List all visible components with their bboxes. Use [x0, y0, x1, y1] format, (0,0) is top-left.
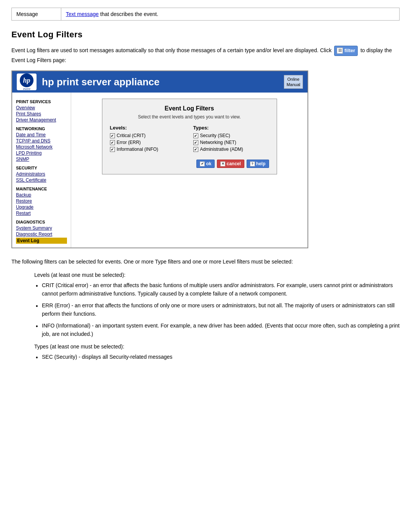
sidebar-item-diagnostic-report[interactable]: Diagnostic Report — [16, 232, 67, 237]
types-section: Types (at least one must be selected): S… — [34, 343, 400, 361]
sidebar-category-security: SECURITY — [16, 166, 67, 170]
hp-invent-label: invent — [23, 88, 30, 90]
checkbox-administrative[interactable]: ✔ Administrative (ADM) — [193, 147, 269, 152]
critical-label: Critical (CRIT) — [117, 133, 146, 138]
administrative-label: Administrative (ADM) — [200, 147, 243, 152]
hp-main-content: Event Log Filters Select the event level… — [71, 93, 307, 248]
checkbox-networking[interactable]: ✔ Networking (NET) — [193, 140, 269, 145]
sidebar-item-restore[interactable]: Restore — [16, 198, 67, 204]
sidebar-item-microsoft-network[interactable]: Microsoft Network — [16, 144, 67, 150]
message-value: Text message that describes the event. — [61, 8, 400, 21]
informational-checkbox-icon[interactable]: ✔ — [110, 147, 115, 152]
help-label: help — [256, 161, 266, 166]
filter-button-icon: ☷ — [337, 48, 343, 54]
sidebar-item-backup[interactable]: Backup — [16, 192, 67, 198]
hp-sidebar: PRINT SERVICES Overview Print Shares Dri… — [12, 93, 71, 248]
help-button[interactable]: ? help — [247, 160, 269, 168]
sidebar-item-system-summary[interactable]: System Summary — [16, 225, 67, 231]
dialog-columns: Levels: ✔ Critical (CRIT) ✔ Error (ERR) … — [110, 125, 269, 153]
hp-body: PRINT SERVICES Overview Print Shares Dri… — [12, 93, 307, 248]
ok-icon: ✔ — [200, 161, 205, 166]
hp-logo: hp invent — [17, 73, 37, 90]
ok-button[interactable]: ✔ ok — [196, 160, 215, 168]
networking-checkbox-icon[interactable]: ✔ — [193, 140, 198, 145]
security-checkbox-icon[interactable]: ✔ — [193, 133, 198, 138]
sidebar-item-event-log[interactable]: Event Log — [16, 238, 67, 244]
list-item: SEC (Security) - displays all Security-r… — [34, 353, 400, 361]
body-paragraph1: The following filters can be selected fo… — [11, 257, 400, 267]
screenshot-box: hp invent hp print server appliance Onli… — [11, 70, 308, 248]
event-log-filters-dialog: Event Log Filters Select the event level… — [102, 99, 277, 174]
levels-bullet-list: CRIT (Critical error) - an error that af… — [34, 281, 400, 338]
hp-app-title: hp print server appliance — [42, 76, 159, 88]
help-icon: ? — [250, 161, 255, 166]
message-table: Message Text message that describes the … — [11, 8, 400, 21]
ok-label: ok — [206, 161, 211, 166]
checkbox-error[interactable]: ✔ Error (ERR) — [110, 140, 186, 145]
levels-label: Levels: — [110, 125, 186, 131]
dialog-title: Event Log Filters — [110, 105, 269, 112]
list-item: INFO (Informational) - an important syst… — [34, 321, 400, 339]
error-checkbox-icon[interactable]: ✔ — [110, 140, 115, 145]
dialog-buttons: ✔ ok ✕ cancel ? help — [110, 160, 269, 168]
checkbox-informational[interactable]: ✔ Informational (INFO) — [110, 147, 186, 152]
networking-label: Networking (NET) — [200, 140, 236, 145]
cancel-button[interactable]: ✕ cancel — [217, 160, 244, 168]
dialog-subtitle: Select the event levels and types you wa… — [110, 114, 269, 120]
sidebar-category-maintenance: MAINTENANCE — [16, 187, 67, 191]
checkbox-security[interactable]: ✔ Security (SEC) — [193, 133, 269, 138]
cancel-label: cancel — [226, 161, 241, 166]
sidebar-category-print-services: PRINT SERVICES — [16, 99, 67, 104]
sidebar-category-diagnostics: DIAGNOSTICS — [16, 220, 67, 224]
types-column: Types: ✔ Security (SEC) ✔ Networking (NE… — [193, 125, 269, 153]
sidebar-item-administrators[interactable]: Administrators — [16, 171, 67, 177]
sidebar-item-date-time[interactable]: Date and Time — [16, 132, 67, 137]
hp-circle-icon: hp — [20, 73, 33, 87]
filter-button[interactable]: ☷ filter — [334, 46, 358, 56]
message-label: Message — [12, 8, 61, 21]
levels-column: Levels: ✔ Critical (CRIT) ✔ Error (ERR) … — [110, 125, 186, 153]
filter-button-label: filter — [344, 47, 355, 55]
sidebar-item-lpd-printing[interactable]: LPD Printing — [16, 150, 67, 156]
levels-section: Levels (at least one must be selected): … — [34, 272, 400, 338]
security-label: Security (SEC) — [200, 133, 230, 138]
sidebar-category-networking: NETWORKING — [16, 126, 67, 131]
administrative-checkbox-icon[interactable]: ✔ — [193, 147, 198, 152]
intro-before: Event Log filters are used to sort messa… — [11, 47, 333, 53]
hp-header: hp invent hp print server appliance Onli… — [12, 71, 307, 93]
sidebar-item-upgrade[interactable]: Upgrade — [16, 204, 67, 210]
cancel-icon: ✕ — [220, 161, 225, 166]
message-value-rest: that describes the event. — [99, 11, 158, 17]
types-bullet-list: SEC (Security) - displays all Security-r… — [34, 353, 400, 361]
informational-label: Informational (INFO) — [117, 147, 158, 152]
levels-indent-label: Levels (at least one must be selected): — [34, 272, 400, 278]
types-label: Types: — [193, 125, 269, 131]
section-title: Event Log Filters — [11, 30, 400, 40]
sidebar-item-ssl-certificate[interactable]: SSL Certificate — [16, 177, 67, 183]
hp-logo-area: hp invent hp print server appliance — [17, 73, 159, 90]
checkbox-critical[interactable]: ✔ Critical (CRIT) — [110, 133, 186, 138]
list-item: ERR (Error) - an error that affects the … — [34, 301, 400, 318]
sidebar-item-driver-management[interactable]: Driver Management — [16, 117, 67, 123]
text-message-link[interactable]: Text message — [66, 11, 99, 17]
online-manual-button[interactable]: OnlineManual — [284, 75, 303, 89]
sidebar-item-snmp[interactable]: SNMP — [16, 157, 67, 162]
list-item: CRIT (Critical error) - an error that af… — [34, 281, 400, 298]
sidebar-item-tcpip[interactable]: TCP/IP and DNS — [16, 138, 67, 144]
error-label: Error (ERR) — [117, 140, 141, 145]
intro-paragraph: Event Log filters are used to sort messa… — [11, 46, 400, 64]
sidebar-item-print-shares[interactable]: Print Shares — [16, 111, 67, 117]
sidebar-item-overview[interactable]: Overview — [16, 105, 67, 110]
critical-checkbox-icon[interactable]: ✔ — [110, 133, 115, 138]
types-indent-label: Types (at least one must be selected): — [34, 343, 400, 350]
sidebar-item-restart[interactable]: Restart — [16, 211, 67, 216]
